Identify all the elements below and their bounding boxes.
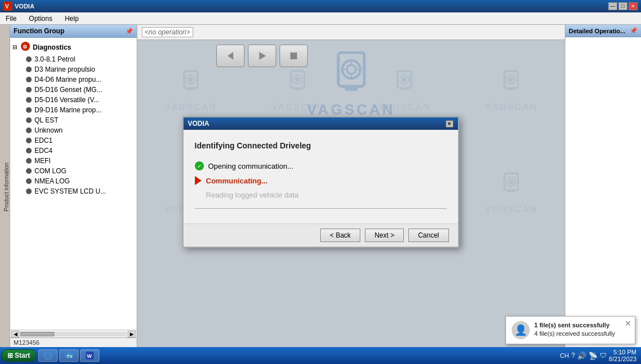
tray-help-icon[interactable]: ? xyxy=(571,352,575,359)
taskbar-ie-icon[interactable] xyxy=(38,349,58,362)
dialog-divider xyxy=(195,208,447,209)
step-done-icon-0: ✓ xyxy=(195,161,204,170)
next-dialog-button[interactable]: Next > xyxy=(365,229,404,242)
dialog-footer: < Back Next > Cancel xyxy=(184,223,458,247)
taskbar-apps: TV W xyxy=(38,349,556,362)
notification-close-button[interactable]: ✕ xyxy=(625,319,631,328)
step-text-2: Reading logged vehicle data xyxy=(206,191,299,199)
vodia-dialog: VODIA ✕ Identifying Connected Driveleg ✓… xyxy=(182,116,459,248)
taskbar-word-icon[interactable]: W xyxy=(80,349,99,362)
dialog-title-controls: ✕ xyxy=(446,120,454,128)
notification-line1: 1 file(s) sent successfully xyxy=(534,321,615,330)
step-text-1: Communicating... xyxy=(206,177,268,185)
notification-text: 1 file(s) sent successfully 4 file(s) re… xyxy=(534,321,615,339)
dialog-step-0: ✓ Opening communication... xyxy=(195,161,447,170)
tray-network-icon[interactable]: 📡 xyxy=(588,352,598,360)
dialog-title-text: VODIA xyxy=(188,120,210,128)
notification-line2: 4 file(s) received successfully xyxy=(534,330,615,338)
windows-logo: ⊞ xyxy=(7,352,13,359)
cancel-dialog-button[interactable]: Cancel xyxy=(408,229,448,242)
step-text-0: Opening communication... xyxy=(208,162,294,170)
clock-time: 5:10 PM xyxy=(609,349,636,356)
dialog-step-2: Reading logged vehicle data xyxy=(195,191,447,199)
dialog-heading: Identifying Connected Driveleg xyxy=(195,141,447,150)
dialog-close-button[interactable]: ✕ xyxy=(446,120,454,128)
dialog-body: Identifying Connected Driveleg ✓ Opening… xyxy=(184,130,458,223)
svg-text:TV: TV xyxy=(67,354,73,359)
step-active-icon-1 xyxy=(195,176,202,185)
notification-avatar: 👤 xyxy=(512,321,530,339)
taskbar-system-tray: CH ? 🔊 📡 🛡 5:10 PM 8/21/2023 xyxy=(556,349,640,362)
start-button[interactable]: ⊞ Start xyxy=(1,349,36,362)
dialog-overlay: VODIA ✕ Identifying Connected Driveleg ✓… xyxy=(0,0,641,364)
dialog-title-bar: VODIA ✕ xyxy=(184,117,458,130)
clock-date: 8/21/2023 xyxy=(609,356,636,362)
taskbar-clock: 5:10 PM 8/21/2023 xyxy=(609,349,636,362)
taskbar: ⊞ Start TV W CH ? 🔊 📡 🛡 xyxy=(0,347,641,364)
dialog-step-1: Communicating... xyxy=(195,176,447,185)
tray-security-icon[interactable]: 🛡 xyxy=(600,352,607,359)
svg-text:W: W xyxy=(87,353,92,359)
start-label: Start xyxy=(15,352,30,359)
back-dialog-button[interactable]: < Back xyxy=(320,229,360,242)
taskbar-teamviewer-icon[interactable]: TV xyxy=(59,349,79,362)
tray-language: CH xyxy=(560,352,569,359)
tray-sound-icon[interactable]: 🔊 xyxy=(577,352,586,360)
notification-popup: 👤 1 file(s) sent successfully 4 file(s) … xyxy=(505,316,635,344)
